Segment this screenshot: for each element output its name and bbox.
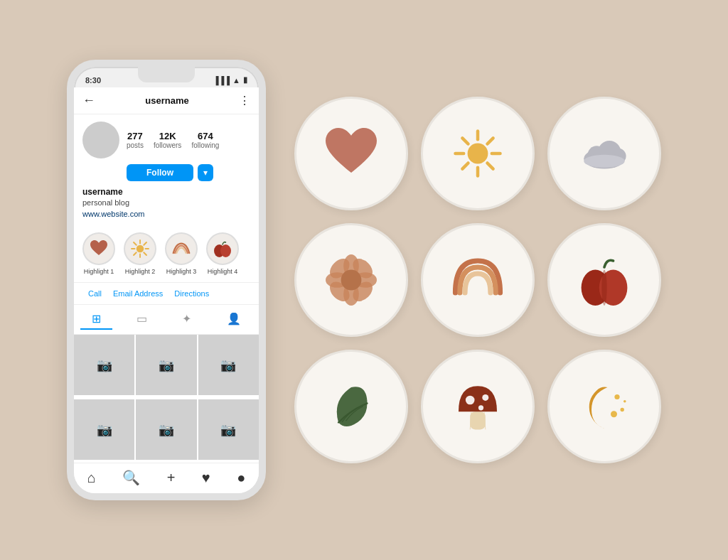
tagged-tab[interactable]: ✦ bbox=[171, 309, 203, 330]
ig-bottom-nav: ⌂ 🔍 + ♥ ● bbox=[74, 463, 259, 493]
signal-icon: ▐▐▐ bbox=[213, 76, 230, 85]
highlight-1-circle bbox=[82, 232, 115, 265]
svg-point-45 bbox=[611, 411, 617, 417]
photo-cell-1[interactable]: 📷 bbox=[74, 335, 134, 395]
highlight-3-label: Highlight 3 bbox=[166, 268, 197, 275]
phone-mockup: 8:30 ▐▐▐ ▲ ▮ ← username ⋮ 277 bbox=[67, 60, 266, 500]
posts-stat: 277 posts bbox=[127, 131, 144, 149]
highlight-2-label: Highlight 2 bbox=[125, 268, 156, 275]
highlight-4[interactable]: Highlight 4 bbox=[206, 232, 239, 275]
following-count: 674 bbox=[198, 131, 213, 141]
svg-point-44 bbox=[621, 408, 624, 411]
posts-count: 277 bbox=[127, 131, 143, 141]
phone-notch bbox=[138, 67, 195, 82]
reels-tab[interactable]: ▭ bbox=[125, 309, 159, 330]
highlight-2[interactable]: Highlight 2 bbox=[124, 232, 156, 275]
followers-label: followers bbox=[154, 141, 181, 149]
bio-description: personal blog bbox=[82, 198, 250, 207]
posts-label: posts bbox=[127, 141, 144, 149]
ig-photo-grid: 📷 📷 📷 📷 📷 📷 bbox=[74, 335, 259, 463]
highlight-circle-mushroom bbox=[421, 350, 535, 463]
highlight-circle-cloud bbox=[547, 97, 661, 210]
highlight-1-label: Highlight 1 bbox=[84, 268, 114, 275]
photo-cell-5[interactable]: 📷 bbox=[136, 399, 196, 460]
highlight-3-circle bbox=[165, 232, 198, 265]
ig-nav: ← username ⋮ bbox=[74, 87, 259, 114]
bio-name: username bbox=[82, 187, 250, 197]
following-stat: 674 following bbox=[191, 131, 219, 149]
followers-stat: 12K followers bbox=[154, 131, 181, 149]
heart-icon[interactable]: ♥ bbox=[202, 470, 210, 486]
svg-point-33 bbox=[341, 270, 362, 291]
svg-line-19 bbox=[462, 163, 468, 169]
follow-button[interactable]: Follow bbox=[127, 164, 193, 181]
battery-icon: ▮ bbox=[243, 75, 247, 85]
bio-link[interactable]: www.website.com bbox=[82, 210, 250, 218]
status-icons: ▐▐▐ ▲ ▮ bbox=[213, 75, 247, 85]
nav-username: username bbox=[145, 95, 188, 106]
main-container: 8:30 ▐▐▐ ▲ ▮ ← username ⋮ 277 bbox=[46, 38, 682, 522]
photo-cell-6[interactable]: 📷 bbox=[198, 399, 259, 460]
highlight-circle-rainbow bbox=[421, 223, 535, 337]
highlight-circle-leaf bbox=[294, 350, 408, 463]
add-icon[interactable]: + bbox=[167, 470, 176, 486]
back-button[interactable]: ← bbox=[82, 93, 95, 108]
svg-point-0 bbox=[136, 245, 144, 253]
wifi-icon: ▲ bbox=[232, 76, 240, 85]
follow-row: Follow ▾ bbox=[127, 164, 250, 181]
svg-point-39 bbox=[482, 394, 488, 401]
directions-tab[interactable]: Directions bbox=[168, 287, 215, 300]
ig-grid-tabs: ⊞ ▭ ✦ 👤 bbox=[74, 305, 259, 335]
photo-cell-4[interactable]: 📷 bbox=[74, 399, 134, 460]
highlight-circle-moon bbox=[547, 350, 661, 463]
email-tab[interactable]: Email Address bbox=[107, 287, 168, 300]
highlight-circle-heart bbox=[294, 97, 408, 210]
highlight-circle-flower bbox=[294, 223, 408, 337]
svg-point-11 bbox=[468, 144, 488, 164]
svg-line-5 bbox=[134, 242, 136, 245]
followers-count: 12K bbox=[159, 131, 176, 141]
search-icon[interactable]: 🔍 bbox=[122, 469, 140, 486]
highlight-1[interactable]: Highlight 1 bbox=[82, 232, 115, 275]
status-time: 8:30 bbox=[85, 76, 101, 85]
highlight-3[interactable]: Highlight 3 bbox=[165, 232, 198, 275]
highlight-4-circle bbox=[206, 232, 239, 265]
highlight-circle-apple bbox=[547, 223, 661, 337]
call-tab[interactable]: Call bbox=[82, 287, 107, 300]
phone-content: ← username ⋮ 277 posts 12K followers bbox=[74, 87, 259, 493]
photo-cell-2[interactable]: 📷 bbox=[136, 335, 196, 395]
svg-line-7 bbox=[144, 242, 146, 245]
svg-line-16 bbox=[462, 138, 468, 144]
profile-stats: 277 posts 12K followers 674 following bbox=[127, 131, 250, 149]
svg-point-36 bbox=[601, 270, 606, 306]
ig-action-tabs: Call Email Address Directions bbox=[74, 283, 259, 305]
follow-dropdown-button[interactable]: ▾ bbox=[198, 164, 213, 181]
home-icon[interactable]: ⌂ bbox=[87, 470, 96, 486]
svg-point-10 bbox=[220, 244, 231, 257]
svg-point-40 bbox=[478, 405, 483, 410]
more-options-button[interactable]: ⋮ bbox=[239, 94, 250, 107]
svg-rect-37 bbox=[470, 411, 486, 429]
grid-tab[interactable]: ⊞ bbox=[80, 309, 112, 330]
svg-point-24 bbox=[584, 155, 625, 168]
profile-icon[interactable]: ● bbox=[237, 470, 245, 486]
svg-line-18 bbox=[488, 138, 493, 144]
svg-line-17 bbox=[488, 163, 493, 169]
profile-top: 277 posts 12K followers 674 following bbox=[82, 122, 250, 158]
svg-point-38 bbox=[466, 396, 475, 405]
following-label: following bbox=[191, 141, 219, 149]
avatar bbox=[82, 122, 119, 158]
ig-highlights: Highlight 1 bbox=[74, 225, 259, 283]
svg-point-46 bbox=[623, 400, 626, 403]
svg-point-43 bbox=[614, 394, 619, 399]
igtv-tab[interactable]: 👤 bbox=[215, 309, 252, 330]
ig-profile: 277 posts 12K followers 674 following bbox=[74, 114, 259, 225]
highlight-circle-sun bbox=[421, 97, 535, 210]
highlight-2-circle bbox=[124, 232, 156, 265]
highlights-grid bbox=[294, 97, 661, 463]
svg-line-8 bbox=[134, 252, 136, 255]
photo-cell-3[interactable]: 📷 bbox=[198, 335, 259, 395]
svg-line-6 bbox=[144, 252, 146, 255]
highlight-4-label: Highlight 4 bbox=[208, 268, 238, 275]
